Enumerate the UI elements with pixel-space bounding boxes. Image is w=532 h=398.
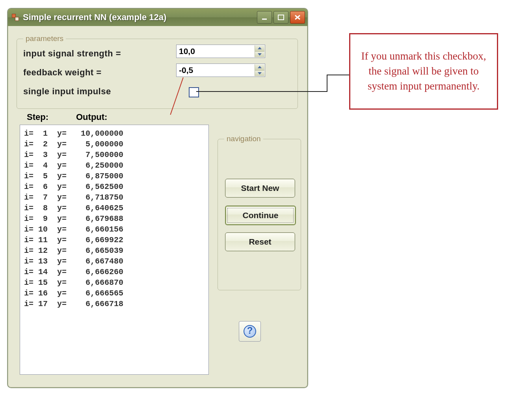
spin-down-icon[interactable]: [255, 71, 264, 77]
feedback-weight-value: -0,5: [179, 65, 193, 75]
annotation-text: If you unmark this checkbox, the signal …: [356, 49, 491, 93]
svg-marker-7: [258, 72, 262, 75]
navigation-legend: navigation: [224, 135, 263, 143]
svg-marker-5: [258, 53, 262, 56]
close-button[interactable]: [290, 11, 305, 24]
help-button[interactable]: ?: [239, 321, 261, 342]
input-signal-spinner[interactable]: 10,0: [176, 45, 265, 58]
titlebar[interactable]: Simple recurrent NN (example 12a): [8, 9, 307, 26]
svg-rect-1: [278, 15, 284, 20]
annotation-box: If you unmark this checkbox, the signal …: [349, 33, 498, 110]
svg-marker-4: [258, 47, 262, 49]
input-signal-label: input signal strength =: [23, 49, 121, 59]
maximize-button[interactable]: [273, 11, 288, 24]
maximize-icon: [278, 15, 284, 20]
app-window: Simple recurrent NN (example 12a) parame…: [7, 8, 308, 388]
feedback-weight-label: feedback weight =: [23, 67, 102, 78]
spin-up-icon[interactable]: [255, 64, 264, 71]
single-impulse-checkbox[interactable]: [189, 87, 199, 97]
output-header: Output:: [76, 112, 107, 122]
close-icon: [294, 15, 301, 20]
help-icon: ?: [244, 325, 256, 338]
single-impulse-label: single input impulse: [23, 86, 111, 97]
app-icon: [12, 14, 19, 21]
column-headers: Step: Output:: [27, 112, 107, 122]
svg-marker-6: [258, 66, 262, 68]
minimize-button[interactable]: [257, 11, 272, 24]
minimize-icon: [261, 15, 268, 20]
svg-rect-0: [262, 19, 267, 20]
parameters-group: parameters input signal strength = feedb…: [17, 39, 298, 109]
parameters-legend: parameters: [23, 34, 66, 43]
reset-button[interactable]: Reset: [225, 232, 295, 251]
window-title: Simple recurrent NN (example 12a): [23, 12, 166, 22]
continue-button[interactable]: Continue: [225, 206, 296, 225]
navigation-group: navigation Start New Continue Reset: [218, 139, 301, 290]
input-signal-value: 10,0: [179, 47, 195, 56]
spin-down-icon[interactable]: [255, 52, 264, 58]
output-list[interactable]: i= 1 y= 10,000000 i= 2 y= 5,000000 i= 3 …: [20, 125, 209, 375]
start-new-button[interactable]: Start New: [225, 179, 295, 198]
feedback-weight-spinner[interactable]: -0,5: [176, 64, 265, 77]
step-header: Step:: [27, 112, 48, 122]
spin-up-icon[interactable]: [255, 45, 264, 52]
